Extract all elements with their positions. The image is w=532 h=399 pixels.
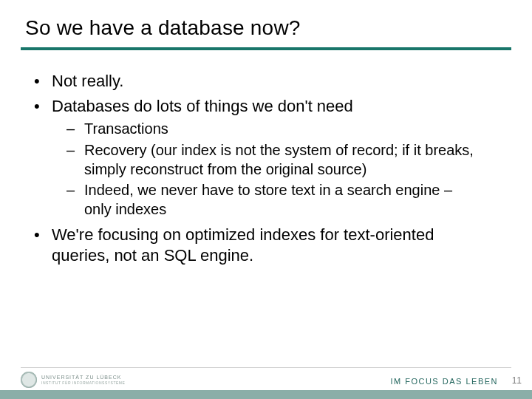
footer-divider xyxy=(21,367,511,368)
sub-bullet-item: Recovery (our index is not the system of… xyxy=(66,141,483,179)
bullet-list: Not really. Databases do lots of things … xyxy=(33,71,483,267)
university-name: UNIVERSITÄT ZU LÜBECK xyxy=(41,375,125,380)
footer-accent-bar xyxy=(0,390,532,399)
sub-bullet-list: Transactions Recovery (our index is not … xyxy=(52,120,483,219)
slide: So we have a database now? Not really. D… xyxy=(0,0,532,399)
slide-title: So we have a database now? xyxy=(25,16,301,40)
sub-bullet-item: Indeed, we never have to store text in a… xyxy=(66,181,483,219)
footer-left-logo: UNIVERSITÄT ZU LÜBECK INSTITUT FÜR INFOR… xyxy=(21,372,125,388)
slide-body: Not really. Databases do lots of things … xyxy=(33,71,483,271)
page-number: 11 xyxy=(512,375,522,386)
university-text: UNIVERSITÄT ZU LÜBECK INSTITUT FÜR INFOR… xyxy=(41,375,125,385)
sub-bullet-item: Transactions xyxy=(66,120,483,139)
institute-name: INSTITUT FÜR INFORMATIONSSYSTEME xyxy=(41,381,125,385)
bullet-text: Databases do lots of things we don't nee… xyxy=(52,97,353,115)
footer-tagline: IM FOCUS DAS LEBEN xyxy=(390,377,498,386)
university-seal-icon xyxy=(21,372,37,388)
title-underline xyxy=(21,47,511,50)
bullet-item: We're focusing on optimized indexes for … xyxy=(33,225,483,266)
bullet-item: Not really. xyxy=(33,71,483,92)
bullet-item: Databases do lots of things we don't nee… xyxy=(33,96,483,219)
